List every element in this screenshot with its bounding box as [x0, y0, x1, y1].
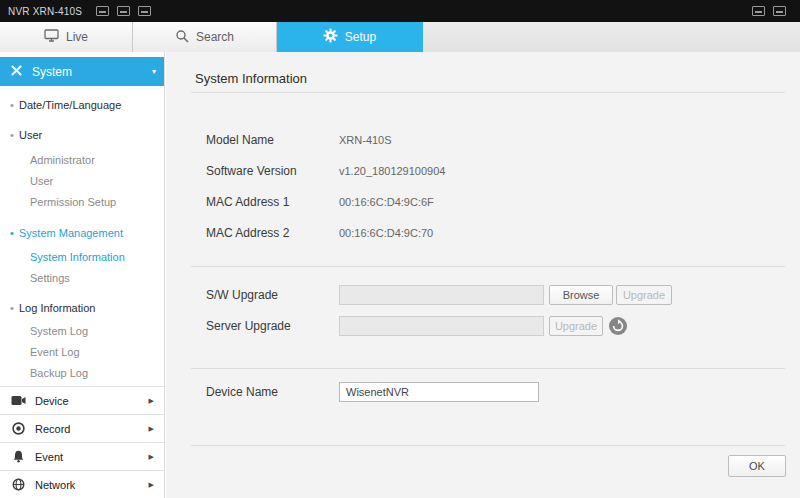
info-value: 00:16:6C:D4:9C:70: [339, 227, 433, 239]
tab-live-label: Live: [66, 30, 88, 44]
tabstrip: Live Search S: [0, 22, 800, 52]
sidebar-item-user-sub[interactable]: User: [0, 171, 164, 192]
sidebar-item-permission-setup[interactable]: Permission Setup: [0, 192, 164, 213]
sw-upgrade-label: S/W Upgrade: [206, 285, 278, 305]
info-row-model-name: Model Name XRN-410S: [206, 124, 445, 155]
chevron-right-icon: ▶: [149, 425, 154, 433]
divider: [191, 266, 785, 267]
system-nav: • Date/Time/Language • User Administrato…: [0, 86, 164, 386]
server-upgrade-file-input: [339, 316, 544, 336]
browse-button[interactable]: Browse: [549, 285, 613, 305]
sidebar-item-label: User: [19, 129, 42, 141]
chevron-down-icon: ▾: [152, 67, 156, 76]
sidebar-item-backup-log[interactable]: Backup Log: [0, 363, 164, 384]
sidebar-item-label: Date/Time/Language: [19, 99, 121, 111]
system-information-panel: System Information Model Name XRN-410S S…: [166, 52, 800, 498]
sidebar-menu-network[interactable]: Network ▶: [0, 470, 164, 498]
divider: [191, 92, 785, 93]
system-section-label: System: [32, 65, 72, 79]
sidebar-menu-event[interactable]: Event ▶: [0, 442, 164, 470]
bell-icon: [10, 450, 27, 463]
sidebar-item-label: Log Information: [19, 302, 95, 314]
gear-icon: [323, 28, 338, 46]
ok-button[interactable]: OK: [728, 455, 786, 477]
info-value: v1.20_180129100904: [339, 165, 445, 177]
titlebar: NVR XRN-410S: [0, 0, 800, 22]
sidebar-item-settings[interactable]: Settings: [0, 268, 164, 289]
titlebar-display-icons: [752, 6, 786, 16]
window-title: NVR XRN-410S: [8, 6, 82, 17]
display-icon-1[interactable]: [752, 6, 765, 16]
info-row-mac-address-1: MAC Address 1 00:16:6C:D4:9C:6F: [206, 186, 445, 217]
sw-upgrade-button: Upgrade: [616, 285, 672, 305]
menu-label: Device: [35, 395, 69, 407]
sidebar-item-log-information[interactable]: • Log Information: [0, 297, 164, 319]
server-upgrade-button: Upgrade: [549, 316, 603, 336]
bullet-icon: •: [10, 302, 19, 314]
info-value: XRN-410S: [339, 134, 392, 146]
tab-search-label: Search: [196, 30, 234, 44]
tab-setup[interactable]: Setup: [277, 22, 423, 52]
info-row-software-version: Software Version v1.20_180129100904: [206, 155, 445, 186]
monitor-icon: [44, 29, 59, 45]
info-label: MAC Address 2: [206, 226, 339, 240]
titlebar-status-icons: [96, 6, 151, 16]
menu-label: Record: [35, 423, 70, 435]
sidebar-menu-record[interactable]: Record ▶: [0, 414, 164, 442]
page-title: System Information: [195, 71, 307, 86]
menu-label: Event: [35, 451, 63, 463]
server-upgrade-label: Server Upgrade: [206, 316, 291, 336]
chevron-right-icon: ▶: [149, 481, 154, 489]
info-table: Model Name XRN-410S Software Version v1.…: [206, 124, 445, 248]
screen-status-icon-1[interactable]: [96, 6, 109, 16]
sidebar-item-label: System Management: [19, 227, 123, 239]
tab-live[interactable]: Live: [0, 22, 133, 52]
info-label: Software Version: [206, 164, 339, 178]
sidebar-item-system-log[interactable]: System Log: [0, 321, 164, 342]
record-icon: [10, 422, 27, 435]
sidebar-item-datetime-language[interactable]: • Date/Time/Language: [0, 94, 164, 116]
search-icon: [175, 29, 189, 46]
tab-search[interactable]: Search: [133, 22, 277, 52]
sidebar-item-user[interactable]: • User: [0, 124, 164, 146]
screen-status-icon-3[interactable]: [138, 6, 151, 16]
setup-sidebar: System ▾ • Date/Time/Language • User Adm…: [0, 52, 165, 498]
chevron-right-icon: ▶: [149, 453, 154, 461]
divider: [191, 445, 785, 446]
menu-label: Network: [35, 479, 75, 491]
divider: [191, 368, 785, 369]
sidebar-item-event-log[interactable]: Event Log: [0, 342, 164, 363]
device-name-input[interactable]: [339, 382, 539, 402]
display-icon-2[interactable]: [773, 6, 786, 16]
info-value: 00:16:6C:D4:9C:6F: [339, 196, 434, 208]
sidebar-section-system[interactable]: System ▾: [0, 57, 164, 86]
tab-setup-label: Setup: [345, 30, 376, 44]
globe-icon: [10, 478, 27, 491]
info-label: MAC Address 1: [206, 195, 339, 209]
sidebar-item-administrator[interactable]: Administrator: [0, 150, 164, 171]
bullet-icon: •: [10, 129, 19, 141]
bullet-icon: •: [10, 99, 19, 111]
info-row-mac-address-2: MAC Address 2 00:16:6C:D4:9C:70: [206, 217, 445, 248]
info-label: Model Name: [206, 133, 339, 147]
camera-icon: [10, 395, 27, 406]
bullet-icon: •: [10, 227, 19, 239]
sw-upgrade-file-input: [339, 285, 544, 305]
sidebar-item-system-information[interactable]: System Information: [0, 247, 164, 268]
sidebar-item-system-management[interactable]: • System Management: [0, 222, 164, 244]
chevron-right-icon: ▶: [149, 397, 154, 405]
sidebar-menu-device[interactable]: Device ▶: [0, 386, 164, 414]
device-name-label: Device Name: [206, 382, 278, 402]
screen-status-icon-2[interactable]: [117, 6, 130, 16]
system-tools-icon: [10, 63, 23, 81]
refresh-icon[interactable]: [609, 317, 627, 335]
